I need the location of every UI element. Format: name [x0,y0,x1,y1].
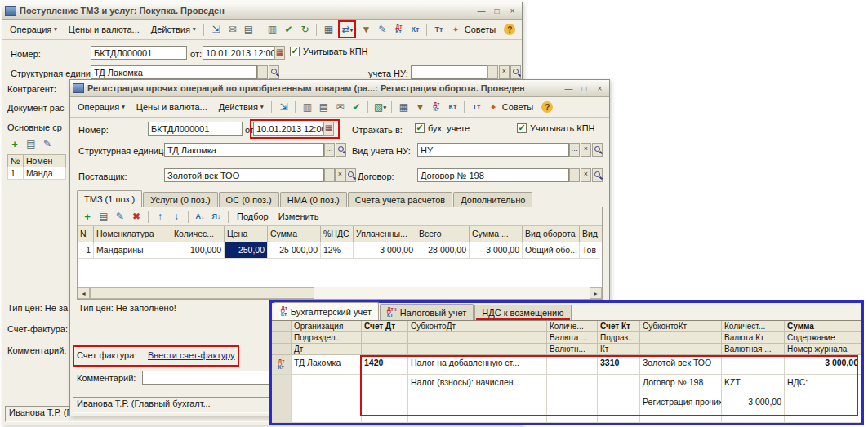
grid-cell[interactable]: ДтКт [272,355,292,375]
create-based-on-icon[interactable]: ▧▾ [372,100,387,114]
grid-cell[interactable]: Налог на добавленную ст... [408,355,547,375]
grid-cell[interactable]: 1420 [362,355,408,375]
help-icon[interactable]: ? [504,24,515,35]
scroll-right-icon[interactable]: ► [590,287,602,299]
write-and-close-icon[interactable]: ⇲ [276,100,291,114]
items-column-header[interactable]: Цена [225,226,268,242]
delete-row-icon[interactable]: ✖ [129,209,144,224]
refresh-icon[interactable]: ↻ [297,22,312,37]
tab-услуги-0-поз-[interactable]: Услуги (0 поз.) [143,192,217,207]
choose-icon[interactable]: … [324,168,335,182]
grid-cell[interactable] [292,394,362,423]
tab-ндс-к-возмещению[interactable]: НДС к возмещению [474,305,571,320]
items-column-header[interactable]: Вид оборота [523,226,580,242]
close-icon[interactable]: × [507,7,518,16]
tab-налоговый-учет[interactable]: ДтнКтНалоговый учет [380,304,474,320]
date-field[interactable]: 10.01.2013 12:00:00 [203,46,274,60]
contract-field[interactable]: Договор № 198 [417,168,569,182]
posted-check-icon[interactable]: ✔ [281,22,296,37]
grid-cell[interactable] [547,394,598,423]
print-icon[interactable]: ▤ [241,22,256,37]
kt-icon[interactable]: Кт [445,100,460,114]
grid-cell[interactable] [272,394,292,423]
horizontal-scrollbar[interactable]: ◄ ► [78,287,602,299]
prices-currency-button[interactable]: Цены и валюта... [131,100,213,114]
scrollbar-thumb[interactable] [90,287,314,299]
operation-menu-button[interactable]: Операция▾ [4,22,63,37]
supplier-field[interactable]: Золотой век ТОО [164,168,324,182]
write-and-close-icon[interactable]: ⇲ [208,22,223,37]
maximize-icon[interactable]: □ [492,7,502,16]
actions-menu-button[interactable]: Действия▾ [145,22,202,37]
dt-kt-icon[interactable]: ДтКт [429,100,443,114]
structure-icon[interactable]: Тт [469,100,483,114]
nu-type-field[interactable]: НУ [417,143,569,157]
reflect-in-registers-icon[interactable]: ⇄▾ [340,22,354,37]
copy-document-icon[interactable]: ▥ [300,100,314,114]
edit-row-icon[interactable]: ✎ [113,209,127,224]
magnifier-icon[interactable] [510,65,521,79]
clear-icon[interactable]: × [581,168,591,182]
items-column-header[interactable]: Номенклатура [94,226,171,242]
grid-cell[interactable]: Договор № 198 [640,375,722,394]
grid-cell[interactable] [408,394,547,423]
items-column-header[interactable]: Вид [580,226,599,242]
bg-titlebar[interactable]: Поступление ТМЗ и услуг: Покупка. Провед… [2,2,522,20]
filter-icon[interactable]: ▼ [412,100,427,114]
help-icon[interactable]: ? [541,101,553,113]
maximize-icon[interactable]: □ [579,84,590,93]
move-down-icon[interactable]: ↓ [169,209,184,224]
settings-icon[interactable]: ✎ [375,22,389,37]
choose-icon[interactable]: … [487,65,498,79]
grid-cell[interactable] [598,394,640,423]
items-cell[interactable]: Общий обо... [523,242,580,259]
copy-document-icon[interactable]: ▥ [265,22,279,37]
posted-check-icon[interactable]: ✔ [349,100,363,114]
grid-cell[interactable]: KZT [722,375,785,394]
magnifier-icon[interactable] [345,168,356,182]
table-row[interactable]: 1Манда [7,167,66,180]
items-cell[interactable]: Мандарины [94,242,171,259]
minimize-icon[interactable]: — [563,84,574,93]
items-column-header[interactable]: Сумма [268,226,321,242]
calendar-icon[interactable]: ▦ [323,122,334,136]
grid-cell[interactable]: Налог (взносы): начислен... [408,375,547,394]
close-icon[interactable]: × [594,84,605,93]
magnifier-icon[interactable] [592,168,603,182]
number-field[interactable]: БКТДЛ000001 [91,46,187,60]
clear-icon[interactable]: × [581,143,591,157]
items-cell[interactable]: 3 000,00 [354,242,416,259]
grid-cell[interactable] [785,394,861,423]
kpn-checkbox[interactable]: ✓Учитывать КПН [290,47,368,56]
sort-desc-icon[interactable]: Я↓ [209,209,224,224]
grid-cell[interactable]: Регистрация прочих [640,394,722,423]
items-cell[interactable]: 28 000,00 [416,242,470,259]
accounting-checkbox[interactable]: ✓бух. учете [415,123,470,133]
items-cell[interactable]: 12% [321,242,354,259]
choose-icon[interactable]: … [324,143,335,157]
items-column-header[interactable]: %НДС [321,226,354,242]
clear-icon[interactable]: × [499,65,510,79]
prices-currency-button[interactable]: Цены и валюта... [63,22,145,37]
dt-kt-icon[interactable]: ДтКт [391,22,406,37]
grid-cell[interactable] [362,375,408,394]
tab-дополнительно[interactable]: Дополнительно [453,192,532,207]
number-field[interactable]: БКТДЛ000001 [148,122,243,136]
grid-cell[interactable]: Золотой век ТОО [640,355,722,375]
pick-button[interactable]: Подбор [233,210,273,223]
advice-button[interactable]: ✦Советы [483,100,539,115]
grid-cell[interactable]: НДС: [785,375,861,394]
items-column-header[interactable]: N [78,226,94,242]
items-cell[interactable]: 100,000 [171,242,225,259]
kt-icon[interactable]: Кт [407,22,422,37]
scroll-left-icon[interactable]: ◄ [78,287,90,299]
kpn-checkbox[interactable]: ✓Учитывать КПН [517,123,595,133]
items-cell[interactable]: Тов [580,242,599,259]
structural-unit-field[interactable]: ТД Лакомка [91,65,257,79]
operation-menu-button[interactable]: Операция▾ [72,100,131,114]
tab-бухгалтерский-учет[interactable]: ДтКтБухгалтерский учет [274,302,379,320]
grid-cell[interactable]: 3 000,00 [722,394,785,423]
grid-cell[interactable]: 3 000,00 [785,355,861,375]
grid-cell[interactable] [272,375,292,394]
grid-cell[interactable] [292,375,362,394]
